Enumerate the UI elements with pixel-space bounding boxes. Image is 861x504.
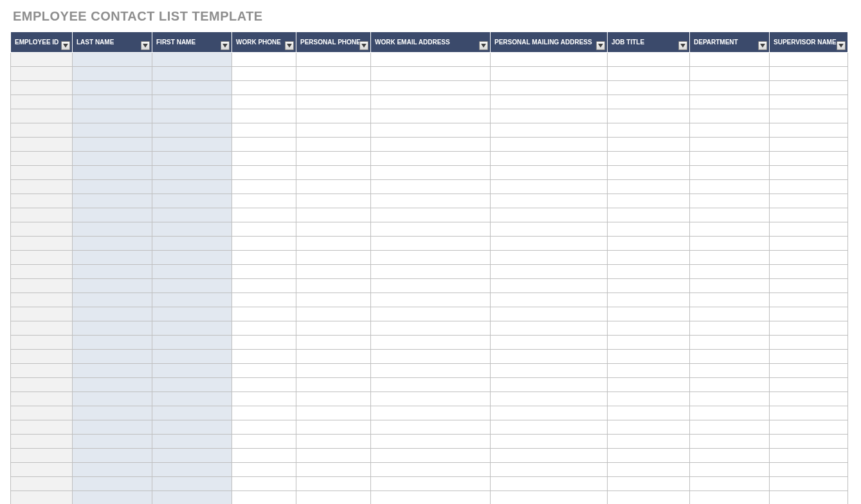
cell[interactable] bbox=[371, 67, 491, 81]
column-header-department[interactable]: DEPARTMENT bbox=[690, 32, 770, 53]
cell[interactable] bbox=[491, 420, 608, 435]
cell[interactable] bbox=[73, 251, 152, 265]
cell[interactable] bbox=[296, 350, 371, 364]
filter-dropdown-icon[interactable] bbox=[596, 41, 605, 50]
cell[interactable] bbox=[608, 392, 690, 406]
cell[interactable] bbox=[152, 491, 232, 505]
cell[interactable] bbox=[371, 53, 491, 67]
cell[interactable] bbox=[296, 392, 371, 406]
cell[interactable] bbox=[770, 307, 848, 321]
cell[interactable] bbox=[73, 95, 152, 109]
cell[interactable] bbox=[232, 95, 296, 109]
cell[interactable] bbox=[690, 477, 770, 491]
cell[interactable] bbox=[232, 350, 296, 364]
cell[interactable] bbox=[152, 180, 232, 194]
cell[interactable] bbox=[296, 336, 371, 350]
cell[interactable] bbox=[11, 123, 73, 138]
cell[interactable] bbox=[608, 53, 690, 67]
cell[interactable] bbox=[690, 81, 770, 95]
column-header-first-name[interactable]: FIRST NAME bbox=[152, 32, 232, 53]
cell[interactable] bbox=[690, 463, 770, 477]
cell[interactable] bbox=[11, 67, 73, 81]
cell[interactable] bbox=[371, 279, 491, 293]
cell[interactable] bbox=[770, 336, 848, 350]
cell[interactable] bbox=[11, 222, 73, 237]
cell[interactable] bbox=[770, 392, 848, 406]
cell[interactable] bbox=[491, 208, 608, 222]
cell[interactable] bbox=[608, 166, 690, 180]
cell[interactable] bbox=[152, 208, 232, 222]
cell[interactable] bbox=[770, 67, 848, 81]
cell[interactable] bbox=[232, 279, 296, 293]
cell[interactable] bbox=[491, 364, 608, 378]
cell[interactable] bbox=[11, 477, 73, 491]
filter-dropdown-icon[interactable] bbox=[61, 41, 70, 50]
cell[interactable] bbox=[690, 67, 770, 81]
column-header-personal-mailing-address[interactable]: PERSONAL MAILING ADDRESS bbox=[491, 32, 608, 53]
cell[interactable] bbox=[11, 237, 73, 251]
cell[interactable] bbox=[608, 279, 690, 293]
cell[interactable] bbox=[73, 152, 152, 166]
filter-dropdown-icon[interactable] bbox=[479, 41, 488, 50]
cell[interactable] bbox=[232, 420, 296, 435]
cell[interactable] bbox=[608, 222, 690, 237]
cell[interactable] bbox=[73, 406, 152, 420]
cell[interactable] bbox=[152, 350, 232, 364]
cell[interactable] bbox=[770, 123, 848, 138]
cell[interactable] bbox=[152, 406, 232, 420]
cell[interactable] bbox=[491, 237, 608, 251]
cell[interactable] bbox=[371, 435, 491, 449]
cell[interactable] bbox=[152, 293, 232, 307]
cell[interactable] bbox=[73, 364, 152, 378]
cell[interactable] bbox=[73, 293, 152, 307]
cell[interactable] bbox=[491, 406, 608, 420]
filter-dropdown-icon[interactable] bbox=[837, 41, 846, 50]
cell[interactable] bbox=[11, 307, 73, 321]
cell[interactable] bbox=[11, 109, 73, 123]
cell[interactable] bbox=[690, 152, 770, 166]
cell[interactable] bbox=[11, 180, 73, 194]
cell[interactable] bbox=[371, 123, 491, 138]
cell[interactable] bbox=[296, 307, 371, 321]
cell[interactable] bbox=[608, 364, 690, 378]
cell[interactable] bbox=[371, 95, 491, 109]
cell[interactable] bbox=[152, 420, 232, 435]
cell[interactable] bbox=[371, 152, 491, 166]
cell[interactable] bbox=[232, 67, 296, 81]
cell[interactable] bbox=[232, 265, 296, 279]
cell[interactable] bbox=[73, 463, 152, 477]
cell[interactable] bbox=[73, 336, 152, 350]
cell[interactable] bbox=[770, 420, 848, 435]
cell[interactable] bbox=[371, 208, 491, 222]
cell[interactable] bbox=[73, 67, 152, 81]
cell[interactable] bbox=[232, 166, 296, 180]
cell[interactable] bbox=[690, 491, 770, 505]
cell[interactable] bbox=[152, 364, 232, 378]
cell[interactable] bbox=[152, 265, 232, 279]
column-header-job-title[interactable]: JOB TITLE bbox=[608, 32, 690, 53]
cell[interactable] bbox=[371, 180, 491, 194]
column-header-work-phone[interactable]: WORK PHONE bbox=[232, 32, 296, 53]
cell[interactable] bbox=[371, 449, 491, 463]
cell[interactable] bbox=[491, 251, 608, 265]
cell[interactable] bbox=[491, 378, 608, 392]
cell[interactable] bbox=[371, 81, 491, 95]
cell[interactable] bbox=[296, 420, 371, 435]
cell[interactable] bbox=[690, 321, 770, 336]
cell[interactable] bbox=[73, 435, 152, 449]
cell[interactable] bbox=[371, 307, 491, 321]
cell[interactable] bbox=[232, 392, 296, 406]
cell[interactable] bbox=[690, 194, 770, 208]
cell[interactable] bbox=[73, 420, 152, 435]
column-header-work-email-address[interactable]: WORK EMAIL ADDRESS bbox=[371, 32, 491, 53]
cell[interactable] bbox=[690, 392, 770, 406]
cell[interactable] bbox=[73, 350, 152, 364]
cell[interactable] bbox=[232, 463, 296, 477]
cell[interactable] bbox=[232, 491, 296, 505]
cell[interactable] bbox=[690, 420, 770, 435]
cell[interactable] bbox=[690, 307, 770, 321]
cell[interactable] bbox=[152, 81, 232, 95]
cell[interactable] bbox=[232, 251, 296, 265]
cell[interactable] bbox=[11, 336, 73, 350]
cell[interactable] bbox=[371, 265, 491, 279]
